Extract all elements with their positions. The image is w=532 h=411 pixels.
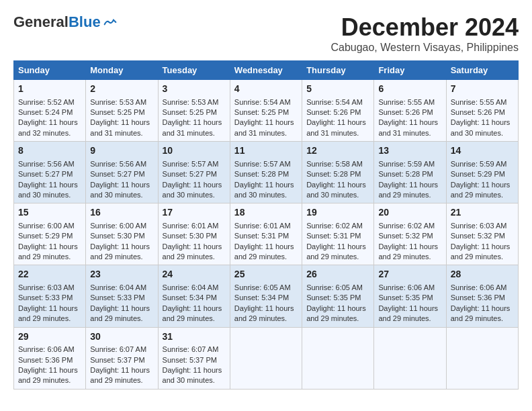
day-info-line: Sunrise: 6:02 AM	[378, 221, 441, 231]
day-number: 6	[378, 83, 441, 96]
location-title: Cabugao, Western Visayas, Philippines	[330, 42, 519, 54]
day-number: 2	[90, 83, 153, 96]
day-info-line: Sunset: 5:33 PM	[18, 293, 81, 303]
day-number: 23	[90, 268, 153, 281]
day-info-line: Sunset: 5:24 PM	[18, 107, 81, 118]
day-number: 7	[451, 83, 514, 96]
table-cell: 25Sunrise: 6:05 AMSunset: 5:34 PMDayligh…	[230, 265, 302, 327]
page-header: GeneralBlue December 2024 Cabugao, Weste…	[13, 13, 519, 54]
table-cell	[374, 327, 446, 389]
day-info-line: Daylight: 11 hours	[18, 180, 81, 190]
day-info-line: and 29 minutes.	[90, 252, 153, 262]
day-info-line: Sunset: 5:26 PM	[451, 107, 514, 118]
day-info-line: Sunrise: 6:06 AM	[18, 345, 81, 355]
day-info-line: and 29 minutes.	[234, 252, 298, 262]
day-info-line: Sunset: 5:27 PM	[163, 169, 226, 179]
table-cell: 31Sunrise: 6:07 AMSunset: 5:37 PMDayligh…	[158, 327, 230, 389]
table-cell	[230, 327, 302, 389]
day-number: 26	[306, 268, 369, 281]
day-number: 28	[451, 268, 514, 281]
day-info-line: Daylight: 11 hours	[451, 118, 514, 128]
table-cell: 3Sunrise: 5:53 AMSunset: 5:25 PMDaylight…	[158, 80, 230, 142]
day-info-line: Sunrise: 6:05 AM	[306, 283, 369, 293]
table-cell: 28Sunrise: 6:06 AMSunset: 5:36 PMDayligh…	[446, 265, 518, 327]
table-cell	[446, 327, 518, 389]
logo: GeneralBlue	[13, 13, 117, 31]
day-info-line: and 29 minutes.	[90, 375, 153, 385]
day-info-line: Daylight: 11 hours	[306, 304, 369, 314]
day-info-line: Daylight: 11 hours	[234, 118, 298, 128]
day-info-line: Sunrise: 6:06 AM	[378, 283, 441, 293]
day-info-line: Sunset: 5:35 PM	[378, 293, 441, 303]
day-info-line: Sunset: 5:32 PM	[378, 231, 441, 241]
table-cell: 11Sunrise: 5:57 AMSunset: 5:28 PMDayligh…	[230, 142, 302, 203]
day-info-line: and 31 minutes.	[163, 128, 226, 138]
day-info-line: Sunrise: 6:00 AM	[18, 221, 81, 231]
day-info-line: Daylight: 11 hours	[18, 118, 81, 128]
table-cell: 6Sunrise: 5:55 AMSunset: 5:26 PMDaylight…	[374, 80, 446, 142]
day-number: 31	[163, 330, 226, 344]
day-info-line: Sunrise: 6:04 AM	[90, 283, 153, 293]
day-info-line: Sunset: 5:28 PM	[306, 169, 369, 179]
week-row-2: 8Sunrise: 5:56 AMSunset: 5:27 PMDaylight…	[14, 142, 519, 203]
day-info-line: Sunrise: 6:05 AM	[234, 283, 298, 293]
day-info-line: Sunrise: 6:01 AM	[163, 221, 226, 231]
day-info-line: and 29 minutes.	[234, 314, 298, 324]
col-thursday: Thursday	[302, 61, 374, 80]
col-tuesday: Tuesday	[158, 61, 230, 80]
day-info-line: and 31 minutes.	[306, 128, 369, 138]
day-number: 29	[18, 330, 81, 344]
table-cell: 20Sunrise: 6:02 AMSunset: 5:32 PMDayligh…	[374, 203, 446, 265]
day-number: 9	[90, 144, 153, 158]
table-cell: 22Sunrise: 6:03 AMSunset: 5:33 PMDayligh…	[14, 265, 86, 327]
day-info-line: Sunrise: 5:53 AM	[90, 97, 153, 107]
day-info-line: and 30 minutes.	[451, 128, 514, 138]
col-saturday: Saturday	[446, 61, 518, 80]
day-info-line: Daylight: 11 hours	[163, 118, 226, 128]
col-monday: Monday	[86, 61, 158, 80]
day-number: 16	[90, 206, 153, 220]
day-info-line: Sunrise: 5:58 AM	[306, 159, 369, 169]
day-info-line: and 30 minutes.	[306, 190, 369, 200]
day-info-line: Sunset: 5:27 PM	[90, 169, 153, 179]
week-row-3: 15Sunrise: 6:00 AMSunset: 5:29 PMDayligh…	[14, 203, 519, 265]
day-number: 12	[306, 144, 369, 158]
table-cell: 15Sunrise: 6:00 AMSunset: 5:29 PMDayligh…	[14, 203, 86, 265]
day-info-line: Sunset: 5:37 PM	[90, 355, 153, 365]
day-info-line: and 29 minutes.	[18, 375, 81, 385]
day-info-line: Sunrise: 5:57 AM	[163, 159, 226, 169]
calendar-header-row: Sunday Monday Tuesday Wednesday Thursday…	[14, 61, 519, 80]
table-cell: 2Sunrise: 5:53 AMSunset: 5:25 PMDaylight…	[86, 80, 158, 142]
day-number: 5	[306, 83, 369, 96]
day-info-line: and 29 minutes.	[451, 252, 514, 262]
day-number: 3	[163, 83, 226, 96]
day-info-line: Daylight: 11 hours	[18, 365, 81, 375]
day-info-line: Sunrise: 6:07 AM	[163, 345, 226, 355]
day-info-line: Sunset: 5:30 PM	[163, 231, 226, 241]
day-info-line: Daylight: 11 hours	[234, 180, 298, 190]
day-info-line: Daylight: 11 hours	[163, 365, 226, 375]
day-number: 22	[18, 268, 81, 281]
day-info-line: Daylight: 11 hours	[378, 118, 441, 128]
week-row-4: 22Sunrise: 6:03 AMSunset: 5:33 PMDayligh…	[14, 265, 519, 327]
day-info-line: Sunrise: 6:03 AM	[451, 221, 514, 231]
day-info-line: Sunset: 5:28 PM	[234, 169, 298, 179]
day-number: 15	[18, 206, 81, 220]
day-info-line: Sunset: 5:26 PM	[378, 107, 441, 118]
day-info-line: Sunrise: 5:54 AM	[234, 97, 298, 107]
day-number: 30	[90, 330, 153, 344]
day-info-line: and 29 minutes.	[306, 252, 369, 262]
day-number: 1	[18, 83, 81, 96]
week-row-5: 29Sunrise: 6:06 AMSunset: 5:36 PMDayligh…	[14, 327, 519, 389]
day-info-line: Sunrise: 5:56 AM	[90, 159, 153, 169]
day-info-line: Daylight: 11 hours	[18, 304, 81, 314]
table-cell: 18Sunrise: 6:01 AMSunset: 5:31 PMDayligh…	[230, 203, 302, 265]
day-info-line: Sunrise: 6:04 AM	[163, 283, 226, 293]
day-info-line: Sunrise: 5:56 AM	[18, 159, 81, 169]
day-info-line: Sunrise: 6:03 AM	[18, 283, 81, 293]
day-info-line: and 29 minutes.	[163, 314, 226, 324]
table-cell: 9Sunrise: 5:56 AMSunset: 5:27 PMDaylight…	[86, 142, 158, 203]
day-number: 24	[163, 268, 226, 281]
day-info-line: Sunset: 5:32 PM	[451, 231, 514, 241]
day-info-line: and 29 minutes.	[378, 314, 441, 324]
